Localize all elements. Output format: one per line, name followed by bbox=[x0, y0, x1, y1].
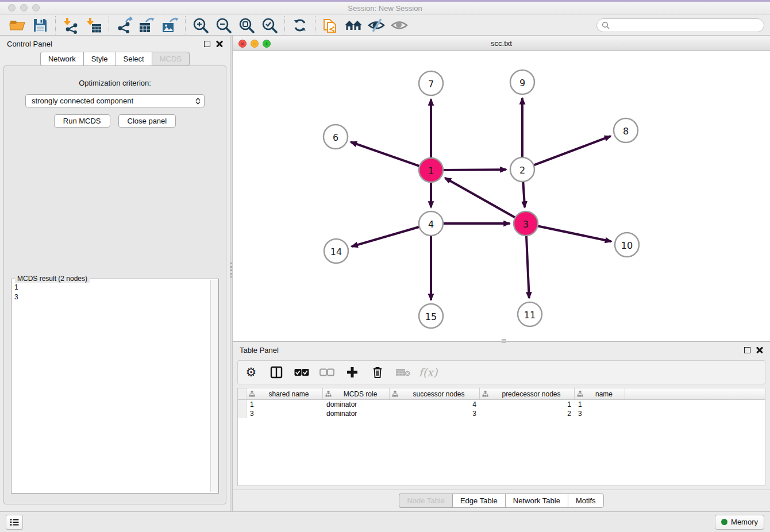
tab-network[interactable]: Network bbox=[40, 52, 83, 66]
table-cell[interactable]: 3 bbox=[390, 410, 480, 418]
graph-node-4[interactable]: 4 bbox=[419, 211, 443, 236]
graph-edge-1-6[interactable] bbox=[351, 142, 421, 167]
graph-edge-2-3[interactable] bbox=[523, 180, 525, 207]
show-graphics-details-button[interactable] bbox=[388, 16, 411, 34]
table-cell[interactable]: 4 bbox=[390, 400, 480, 408]
float-panel-icon[interactable] bbox=[204, 41, 210, 47]
close-panel-button[interactable]: Close panel bbox=[118, 114, 176, 128]
frame-minimize-button[interactable]: − bbox=[251, 40, 259, 48]
column-header-successor-nodes[interactable]: successor nodes bbox=[390, 388, 480, 399]
clone-network-view-button[interactable] bbox=[319, 16, 342, 34]
import-network-button[interactable] bbox=[59, 16, 82, 34]
run-mcds-button[interactable]: Run MCDS bbox=[54, 114, 110, 128]
memory-button[interactable]: Memory bbox=[715, 515, 764, 530]
open-file-button[interactable] bbox=[6, 16, 29, 34]
network-canvas[interactable]: 7968124314101511 bbox=[233, 51, 770, 341]
splitter-grip[interactable] bbox=[230, 263, 232, 277]
table-row[interactable]: 1dominator411 bbox=[238, 400, 765, 409]
table-cell[interactable]: dominator bbox=[323, 400, 390, 408]
tab-mcds[interactable]: MCDS bbox=[152, 52, 190, 66]
network-graph[interactable]: 7968124314101511 bbox=[233, 51, 770, 341]
apply-layout-button[interactable] bbox=[288, 16, 311, 34]
graph-node-11[interactable]: 11 bbox=[518, 302, 542, 326]
table-cell[interactable]: 3 bbox=[575, 410, 625, 418]
minimize-window-button[interactable] bbox=[20, 4, 28, 11]
toolbar-separator bbox=[55, 16, 56, 34]
toggle-columns-button[interactable] bbox=[269, 365, 284, 380]
table-tab-network-table[interactable]: Network Table bbox=[505, 494, 568, 508]
table-cell[interactable]: 1 bbox=[575, 400, 625, 408]
graph-edge-3-11[interactable] bbox=[526, 234, 529, 298]
table-cell[interactable]: dominator bbox=[323, 410, 390, 418]
table-tab-edge-table[interactable]: Edge Table bbox=[452, 494, 505, 508]
delete-table-button[interactable] bbox=[395, 365, 410, 380]
table-tab-motifs[interactable]: Motifs bbox=[568, 494, 604, 508]
export-table-icon bbox=[138, 17, 156, 34]
zoom-selected-button[interactable] bbox=[258, 16, 281, 34]
add-column-button[interactable] bbox=[345, 365, 360, 380]
table-cell[interactable]: 2 bbox=[480, 410, 575, 418]
show-task-history-button[interactable] bbox=[6, 515, 23, 530]
tab-style[interactable]: Style bbox=[83, 52, 116, 66]
graph-edge-3-1[interactable] bbox=[445, 178, 517, 219]
toolbar-separator bbox=[284, 16, 285, 34]
close-table-panel-icon[interactable] bbox=[756, 346, 763, 353]
column-header-MCDS-role[interactable]: MCDS role bbox=[323, 388, 390, 399]
table-tabs-bar: Node TableEdge TableNetwork TableMotifs bbox=[233, 489, 770, 511]
table-tab-node-table[interactable]: Node Table bbox=[399, 494, 452, 508]
graph-edge-3-10[interactable] bbox=[536, 226, 611, 242]
graph-node-1[interactable]: 1 bbox=[419, 158, 443, 182]
zoom-out-button[interactable] bbox=[212, 16, 235, 34]
export-image-button[interactable] bbox=[159, 16, 182, 34]
graph-node-14[interactable]: 14 bbox=[324, 239, 348, 263]
export-table-button[interactable] bbox=[136, 16, 159, 34]
graph-edge-2-8[interactable] bbox=[532, 136, 611, 166]
export-network-button[interactable] bbox=[113, 16, 136, 34]
zoom-fit-button[interactable] bbox=[235, 16, 258, 34]
search-input[interactable] bbox=[613, 21, 759, 29]
zoom-in-button[interactable] bbox=[189, 16, 212, 34]
column-header-shared-name[interactable]: shared name bbox=[247, 388, 323, 399]
zoom-in-icon bbox=[192, 17, 209, 34]
zoom-window-button[interactable] bbox=[32, 4, 40, 11]
zoom-selected-icon bbox=[261, 17, 278, 34]
save-session-button[interactable] bbox=[29, 16, 52, 34]
graph-node-15[interactable]: 15 bbox=[419, 304, 443, 328]
tab-select[interactable]: Select bbox=[116, 52, 152, 66]
select-all-button[interactable] bbox=[294, 365, 309, 380]
graph-node-10[interactable]: 10 bbox=[615, 233, 639, 257]
graph-node-6[interactable]: 6 bbox=[324, 125, 348, 149]
graph-node-8[interactable]: 8 bbox=[614, 118, 638, 142]
graph-node-7[interactable]: 7 bbox=[419, 71, 443, 95]
home-view-button[interactable] bbox=[342, 16, 365, 34]
frame-close-button[interactable]: ✕ bbox=[238, 40, 247, 48]
horizontal-splitter-grip[interactable] bbox=[502, 339, 506, 343]
column-header-predecessor-nodes[interactable]: predecessor nodes bbox=[480, 388, 575, 399]
graph-node-9[interactable]: 9 bbox=[510, 70, 534, 94]
search-field[interactable] bbox=[596, 18, 764, 32]
table-cell[interactable]: 1 bbox=[480, 400, 575, 408]
result-scrollbar[interactable] bbox=[210, 280, 218, 492]
graph-node-2[interactable]: 2 bbox=[510, 157, 534, 182]
close-panel-icon[interactable] bbox=[216, 40, 223, 47]
table-cell[interactable]: 3 bbox=[247, 410, 323, 418]
export-network-icon bbox=[116, 17, 133, 34]
row-header-gutter bbox=[238, 400, 247, 409]
criterion-select[interactable]: strongly connected component bbox=[25, 94, 205, 107]
frame-maximize-button[interactable]: + bbox=[263, 40, 271, 48]
graph-node-3[interactable]: 3 bbox=[514, 211, 538, 236]
close-window-button[interactable] bbox=[8, 4, 16, 11]
hide-graphics-details-button[interactable] bbox=[365, 16, 388, 34]
graph-edge-4-14[interactable] bbox=[352, 226, 421, 246]
delete-column-button[interactable] bbox=[370, 365, 385, 380]
table-row[interactable]: 3dominator323 bbox=[238, 409, 765, 418]
table-settings-button[interactable]: ⚙ bbox=[244, 365, 259, 380]
table-cell[interactable]: 1 bbox=[247, 400, 323, 408]
import-table-button[interactable] bbox=[82, 16, 105, 34]
clone-view-icon bbox=[322, 16, 339, 34]
float-table-panel-icon[interactable] bbox=[744, 347, 750, 353]
deselect-all-button[interactable] bbox=[319, 365, 334, 380]
apply-function-button[interactable]: f(x) bbox=[421, 365, 436, 380]
column-header-name[interactable]: name bbox=[575, 388, 625, 399]
graph-edge-1-2[interactable] bbox=[441, 169, 506, 170]
